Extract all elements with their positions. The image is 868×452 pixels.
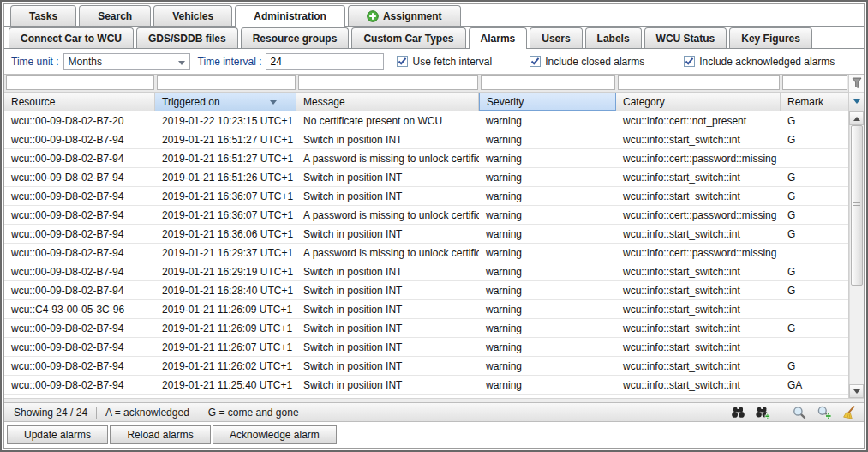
tab-administration[interactable]: Administration <box>235 5 345 27</box>
cell-message: Switch in position INT <box>296 379 479 391</box>
table-row[interactable]: wcu::C4-93-00-05-3C-96 2019-01-21 11:26:… <box>4 300 848 319</box>
table-row[interactable]: wcu::00-09-D8-02-B7-94 2019-01-21 16:28:… <box>4 281 848 300</box>
column-filter-row <box>4 75 848 93</box>
app-panel: Tasks Search Vehicles Administration Ass… <box>3 3 865 449</box>
table-row[interactable]: wcu::00-09-D8-02-B7-20 2019-01-22 10:23:… <box>4 111 848 130</box>
broom-icon[interactable] <box>841 406 857 419</box>
grip-line <box>853 202 860 203</box>
tab-vehicles[interactable]: Vehicles <box>153 5 232 26</box>
cell-message: A password is missing to unlock certific… <box>296 247 479 259</box>
cell-severity: warning <box>479 228 616 240</box>
tab-labels[interactable]: Labels <box>585 27 642 48</box>
table-row[interactable]: wcu::00-09-D8-02-B7-94 2019-01-21 11:26:… <box>4 319 848 338</box>
admin-sub-tab-bar: Connect Car to WCU GDS/SDDB files Resour… <box>4 27 864 49</box>
column-header-remark[interactable]: Remark <box>781 93 848 111</box>
cell-category: wcu::info::start_switch::int <box>616 190 781 202</box>
cell-remark: G <box>781 285 848 297</box>
cell-triggered-on: 2019-01-21 11:26:09 UTC+1 <box>155 304 296 316</box>
tab-label: Key Figures <box>741 33 800 45</box>
cell-category: wcu::info::cert::password::missing <box>616 153 781 165</box>
cell-severity: warning <box>479 266 616 278</box>
tab-wcu-status[interactable]: WCU Status <box>644 27 727 48</box>
update-alarms-button[interactable]: Update alarms <box>7 425 108 444</box>
cell-triggered-on: 2019-01-21 16:51:26 UTC+1 <box>155 172 296 184</box>
cell-severity: warning <box>479 322 616 334</box>
alarms-table: Resource Triggered on Message Severity C… <box>4 74 864 402</box>
cell-triggered-on: 2019-01-21 16:29:19 UTC+1 <box>155 266 296 278</box>
cell-resource: wcu::00-09-D8-02-B7-94 <box>4 322 155 334</box>
scrollbar-track[interactable] <box>849 125 864 384</box>
scrollbar-thumb[interactable] <box>851 125 863 286</box>
tab-label: Custom Car Types <box>363 33 453 45</box>
table-row[interactable]: wcu::00-09-D8-02-B7-94 2019-01-21 16:36:… <box>4 225 848 244</box>
table-row[interactable]: wcu::00-09-D8-02-B7-94 2019-01-21 16:51:… <box>4 130 848 149</box>
tab-label: Administration <box>254 10 326 22</box>
tab-assignment[interactable]: Assignment <box>348 5 461 26</box>
cell-category: wcu::info::start_switch::int <box>616 228 781 240</box>
tab-resource-groups[interactable]: Resource groups <box>241 27 350 48</box>
time-unit-value: Months <box>69 56 102 68</box>
cell-resource: wcu::00-09-D8-02-B7-94 <box>4 360 155 372</box>
filter-input-category[interactable] <box>618 75 780 90</box>
table-row[interactable]: wcu::00-09-D8-02-B7-94 2019-01-21 16:36:… <box>4 206 848 225</box>
binoculars-add-icon[interactable] <box>755 406 770 419</box>
acknowledge-alarm-button[interactable]: Acknowledge alarm <box>213 425 337 444</box>
grid-filter-button[interactable] <box>849 75 864 93</box>
add-icon <box>367 10 379 22</box>
divider <box>781 407 781 419</box>
time-unit-label: Time unit : <box>11 56 59 68</box>
tab-label: Users <box>542 33 570 45</box>
column-header-message[interactable]: Message <box>296 93 479 111</box>
filter-input-severity[interactable] <box>481 75 615 90</box>
alarm-filter-bar: Time unit : Months Time interval : Use f… <box>4 49 864 74</box>
column-menu-button[interactable] <box>849 93 864 111</box>
scroll-up-button[interactable] <box>849 111 864 125</box>
cell-category: wcu::info::cert::password::missing <box>616 209 781 221</box>
binoculars-icon[interactable] <box>730 406 745 419</box>
time-interval-label: Time interval : <box>198 56 262 68</box>
time-interval-input[interactable] <box>266 53 384 70</box>
tab-gds-sddb-files[interactable]: GDS/SDDB files <box>136 27 238 48</box>
table-row[interactable]: wcu::00-09-D8-02-B7-94 2019-01-21 16:29:… <box>4 244 848 262</box>
table-row[interactable]: wcu::00-09-D8-02-B7-94 2019-01-21 16:51:… <box>4 149 848 168</box>
scroll-down-button[interactable] <box>849 384 864 398</box>
reload-alarms-button[interactable]: Reload alarms <box>110 425 210 444</box>
tab-connect-car-to-wcu[interactable]: Connect Car to WCU <box>9 27 134 48</box>
checkbox-label: Use fetch interval <box>412 56 492 68</box>
tab-users[interactable]: Users <box>530 27 582 48</box>
filter-input-remark[interactable] <box>782 75 847 90</box>
cell-remark: G <box>781 228 848 240</box>
cell-severity: warning <box>479 285 616 297</box>
cell-message: Switch in position INT <box>296 304 479 316</box>
table-row[interactable]: wcu::00-09-D8-02-B7-94 2019-01-21 11:25:… <box>4 376 848 395</box>
tab-search[interactable]: Search <box>79 5 151 26</box>
tab-custom-car-types[interactable]: Custom Car Types <box>351 27 465 48</box>
filter-input-triggered-on[interactable] <box>157 75 296 90</box>
magnifier-icon[interactable] <box>792 406 807 419</box>
table-row[interactable]: wcu::00-09-D8-02-B7-94 2019-01-21 16:29:… <box>4 262 848 281</box>
cell-remark: G <box>781 115 848 127</box>
cell-category: wcu::info::start_switch::int <box>616 134 781 146</box>
magnifier-add-icon[interactable] <box>817 406 832 419</box>
table-row[interactable]: wcu::00-09-D8-02-B7-94 2019-01-21 11:26:… <box>4 338 848 357</box>
tab-key-figures[interactable]: Key Figures <box>729 27 812 48</box>
checkbox-use-fetch-interval[interactable]: Use fetch interval <box>397 56 492 68</box>
checkbox-include-acknowledged-alarms[interactable]: Include acknowledged alarms <box>684 56 835 68</box>
table-row[interactable]: wcu::00-09-D8-02-B7-94 2019-01-21 16:51:… <box>4 168 848 187</box>
column-label: Severity <box>487 96 524 108</box>
tab-alarms[interactable]: Alarms <box>469 27 528 49</box>
funnel-icon <box>852 77 862 89</box>
column-header-severity[interactable]: Severity <box>479 93 616 111</box>
checkbox-include-closed-alarms[interactable]: Include closed alarms <box>530 56 644 68</box>
column-header-triggered-on[interactable]: Triggered on <box>155 93 296 111</box>
filter-input-resource[interactable] <box>6 75 154 90</box>
column-header-category[interactable]: Category <box>616 93 781 111</box>
cell-triggered-on: 2019-01-21 11:26:07 UTC+1 <box>155 341 296 353</box>
cell-severity: warning <box>479 153 616 165</box>
table-row[interactable]: wcu::00-09-D8-02-B7-94 2019-01-21 16:36:… <box>4 187 848 206</box>
filter-input-message[interactable] <box>298 75 478 90</box>
tab-tasks[interactable]: Tasks <box>10 5 76 26</box>
table-row[interactable]: wcu::00-09-D8-02-B7-94 2019-01-21 11:26:… <box>4 357 848 376</box>
column-header-resource[interactable]: Resource <box>4 93 155 111</box>
time-unit-select[interactable]: Months <box>63 53 190 70</box>
